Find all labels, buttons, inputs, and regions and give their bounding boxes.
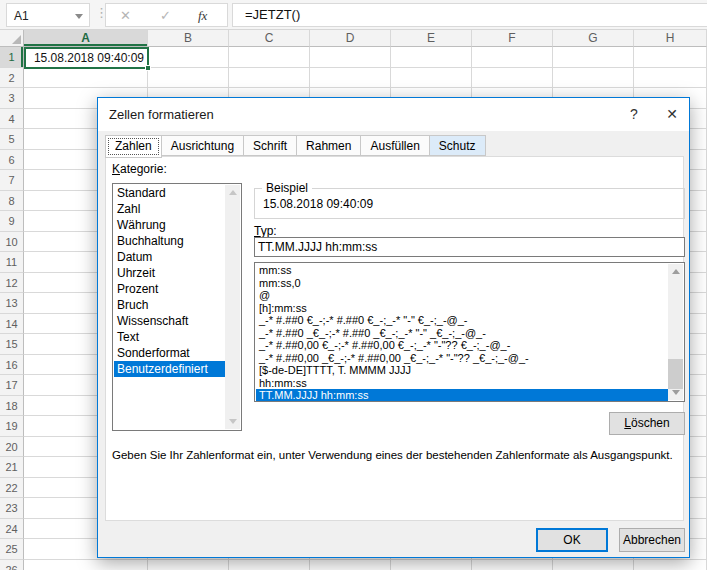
category-item[interactable]: Währung [114, 217, 225, 233]
format-item[interactable]: _-* #.##0 _€_-;-* #.##0 _€_-;_-* "-" _€_… [256, 327, 668, 340]
row-header-1[interactable]: 1 [0, 47, 24, 68]
format-listbox[interactable]: mm:ssmm:ss,0@[h]:mm:ss_-* #.##0 €_-;-* #… [254, 262, 685, 402]
ok-button[interactable]: OK [536, 528, 608, 552]
close-icon[interactable]: ✕ [654, 98, 690, 130]
row-header-4[interactable]: 4 [0, 109, 24, 130]
row-header-3[interactable]: 3 [0, 88, 24, 109]
row-header-12[interactable]: 12 [0, 273, 24, 294]
scroll-down-icon[interactable] [225, 414, 240, 429]
category-scrollbar[interactable] [225, 185, 240, 429]
row-header-19[interactable]: 19 [0, 416, 24, 437]
row-header-8[interactable]: 8 [0, 191, 24, 212]
format-item[interactable]: @ [256, 289, 668, 302]
row-header-13[interactable]: 13 [0, 293, 24, 314]
scroll-down-icon[interactable] [668, 385, 683, 400]
row-header-15[interactable]: 15 [0, 334, 24, 355]
category-item[interactable]: Buchhaltung [114, 233, 225, 249]
column-header-C[interactable]: C [229, 30, 310, 47]
category-item[interactable]: Wissenschaft [114, 313, 225, 329]
category-item[interactable]: Standard [114, 185, 225, 201]
formula-input[interactable]: =JETZT() [232, 3, 707, 27]
format-item[interactable]: [$-de-DE]TTTT, T. MMMM JJJJ [256, 364, 668, 377]
fill-handle[interactable] [145, 65, 151, 71]
insert-function-icon[interactable]: fx [198, 8, 207, 24]
tab-zahlen[interactable]: Zahlen [105, 135, 162, 158]
row-header-6[interactable]: 6 [0, 150, 24, 171]
cancel-icon[interactable]: ✕ [120, 8, 131, 23]
category-item[interactable]: Prozent [114, 281, 225, 297]
tab-schutz[interactable]: Schutz [429, 135, 486, 156]
column-header-D[interactable]: D [310, 30, 391, 47]
row-header-21[interactable]: 21 [0, 457, 24, 478]
category-item-selected[interactable]: Benutzerdefiniert [114, 361, 225, 377]
category-item[interactable]: Text [114, 329, 225, 345]
cancel-button[interactable]: Abbrechen [619, 528, 685, 552]
row-header-23[interactable]: 23 [0, 498, 24, 519]
tab-ausfllen[interactable]: Ausfüllen [360, 135, 428, 156]
format-item[interactable]: _-* #.##0,00 €_-;-* #.##0,00 €_-;_-* "-"… [256, 339, 668, 352]
name-box[interactable]: A1 [6, 3, 90, 27]
selected-cell-a1[interactable]: 15.08.2018 09:40:09 [24, 47, 149, 69]
column-header-E[interactable]: E [391, 30, 472, 47]
row-header-18[interactable]: 18 [0, 396, 24, 417]
beispiel-value: 15.08.2018 09:40:09 [263, 197, 373, 211]
row-header-10[interactable]: 10 [0, 232, 24, 253]
cell-value: 15.08.2018 09:40:09 [34, 51, 144, 65]
format-scrollbar[interactable] [668, 264, 683, 400]
format-item[interactable]: mm:ss,0 [256, 277, 668, 290]
row-header-22[interactable]: 22 [0, 478, 24, 499]
format-item[interactable]: _-* #.##0 €_-;-* #.##0 €_-;_-* "-" €_-;_… [256, 314, 668, 327]
tab-schrift[interactable]: Schrift [243, 135, 296, 156]
scroll-up-icon[interactable] [668, 264, 683, 279]
delete-button[interactable]: Löschen [609, 412, 685, 435]
tab-rahmen[interactable]: Rahmen [296, 135, 360, 156]
column-header-G[interactable]: G [553, 30, 634, 47]
category-item[interactable]: Sonderformat [114, 345, 225, 361]
column-header-A[interactable]: A [24, 30, 148, 47]
typ-label: Typ: [254, 224, 277, 238]
column-header-H[interactable]: H [634, 30, 707, 47]
format-item[interactable]: [h]:mm:ss [256, 302, 668, 315]
category-item[interactable]: Datum [114, 249, 225, 265]
category-label: Kategorie: [112, 162, 167, 176]
column-header-F[interactable]: F [472, 30, 553, 47]
chevron-down-icon[interactable] [75, 14, 83, 19]
format-item-selected[interactable]: TT.MM.JJJJ hh:mm:ss [256, 389, 668, 402]
format-item[interactable]: mm:ss [256, 264, 668, 277]
format-item[interactable]: _-* #.##0,00 _€_-;-* #.##0,00 _€_-;_-* "… [256, 352, 668, 365]
row-header-5[interactable]: 5 [0, 129, 24, 150]
row-header-24[interactable]: 24 [0, 519, 24, 540]
dialog-titlebar[interactable]: Zellen formatieren ? ✕ [98, 98, 689, 131]
dialog-help-text: Geben Sie Ihr Zahlenformat ein, unter Ve… [112, 449, 678, 461]
tab-strip: ZahlenAusrichtungSchriftRahmenAusfüllenS… [105, 135, 486, 157]
typ-input[interactable]: TT.MM.JJJJ hh:mm:ss [254, 237, 685, 257]
gridline-horizontal [24, 87, 707, 88]
row-header-11[interactable]: 11 [0, 252, 24, 273]
enter-icon[interactable]: ✓ [160, 8, 171, 23]
help-icon[interactable]: ? [618, 98, 650, 130]
row-header-16[interactable]: 16 [0, 355, 24, 376]
tab-ausrichtung[interactable]: Ausrichtung [162, 135, 243, 156]
row-header-20[interactable]: 20 [0, 437, 24, 458]
category-listbox[interactable]: StandardZahlWährungBuchhaltungDatumUhrze… [112, 183, 242, 431]
formula-bar: A1 ⋮ ✕ ✓ fx =JETZT() [0, 0, 707, 30]
category-item[interactable]: Zahl [114, 201, 225, 217]
category-item[interactable]: Uhrzeit [114, 265, 225, 281]
row-header-2[interactable]: 2 [0, 68, 24, 89]
select-all-corner[interactable] [0, 30, 24, 47]
row-header-9[interactable]: 9 [0, 211, 24, 232]
beispiel-label: Beispiel [262, 181, 312, 195]
gridline-horizontal [24, 559, 707, 560]
format-cells-dialog: Zellen formatieren ? ✕ ZahlenAusrichtung… [97, 97, 690, 558]
scroll-up-icon[interactable] [225, 185, 240, 200]
select-all-triangle-icon [12, 35, 21, 44]
row-header-26[interactable]: 26 [0, 560, 24, 570]
category-item[interactable]: Bruch [114, 297, 225, 313]
format-item[interactable]: hh:mm:ss [256, 377, 668, 390]
row-header-14[interactable]: 14 [0, 314, 24, 335]
row-header-25[interactable]: 25 [0, 539, 24, 560]
row-header-7[interactable]: 7 [0, 170, 24, 191]
row-header-17[interactable]: 17 [0, 375, 24, 396]
excel-window: A1 ⋮ ✕ ✓ fx =JETZT() 15.08.2018 09:40:09… [0, 0, 707, 570]
column-header-B[interactable]: B [148, 30, 229, 47]
